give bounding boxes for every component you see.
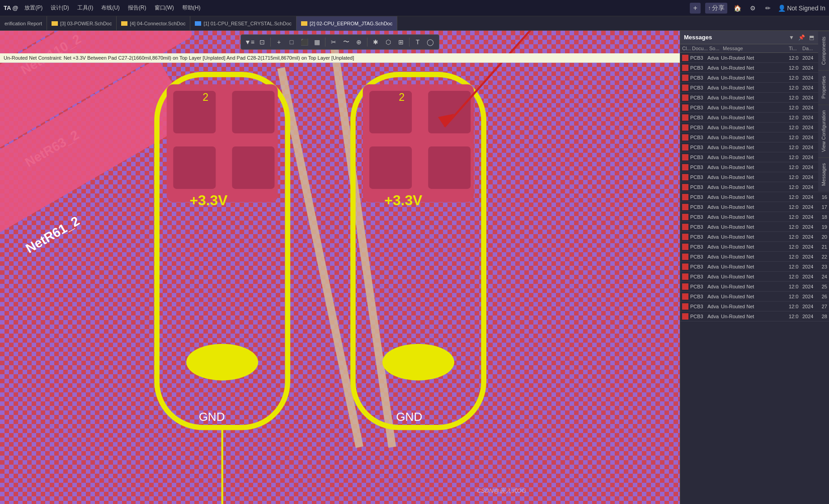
tab-cpu-reset[interactable]: [1] 01-CPU_RESET_CRYSTAL.SchDoc: [190, 16, 297, 30]
hex-tool[interactable]: ⬡: [382, 36, 394, 48]
comp-c28-bottom-pad: [382, 344, 454, 381]
message-author: Adva: [707, 125, 721, 130]
message-row[interactable]: PCB3 Adva Un-Routed Net 12:0 2024 16: [680, 192, 829, 202]
toolbar-separator-1: [270, 38, 271, 47]
message-row[interactable]: PCB3 Adva Un-Routed Net 12:0 2024 23: [680, 262, 829, 272]
message-type: Un-Routed Net: [721, 135, 789, 140]
message-row[interactable]: PCB3 Adva Un-Routed Net 12:0 2024 9: [680, 122, 829, 132]
message-row[interactable]: PCB3 Adva Un-Routed Net 12:0 2024 17: [680, 202, 829, 212]
message-row[interactable]: PCB3 Adva Un-Routed Net 12:0 2024 8: [680, 113, 829, 122]
comp-c28-gnd-label: GND: [396, 410, 422, 424]
toolbar-separator-2: [325, 38, 325, 47]
message-row[interactable]: PCB3 Adva Un-Routed Net 12:0 2024 26: [680, 292, 829, 301]
message-color-indicator: [682, 293, 688, 300]
message-type: Un-Routed Net: [721, 294, 789, 299]
message-row[interactable]: PCB3 Adva Un-Routed Net 12:0 2024 18: [680, 212, 829, 222]
menu-design[interactable]: 设计(D): [47, 2, 73, 14]
constraint-bar: Un-Routed Net Constraint: Net +3.3V Betw…: [0, 53, 680, 63]
message-row[interactable]: PCB3 Adva Un-Routed Net 12:0 2024 3: [680, 63, 829, 73]
message-time: 12:0: [789, 75, 802, 80]
home-button[interactable]: 🏠: [732, 3, 743, 14]
message-row[interactable]: PCB3 Adva Un-Routed Net 12:0 2024 7: [680, 103, 829, 113]
filter-tool[interactable]: ▼≡: [244, 36, 255, 48]
tab-verification[interactable]: erification Report: [0, 16, 47, 30]
vtab-view-config[interactable]: View Configuration: [818, 104, 829, 157]
message-row[interactable]: PCB3 Adva Un-Routed Net 12:0 2024 4: [680, 73, 829, 83]
wave-tool[interactable]: 〜: [340, 36, 352, 48]
message-row[interactable]: PCB3 Adva Un-Routed Net 12:0 2024 24: [680, 272, 829, 282]
pcb-canvas[interactable]: NetR110_2 NetR63_2 NetR61_2 +3.3V 2: [0, 31, 680, 504]
area-tool[interactable]: ⬛: [298, 36, 310, 48]
comp-c27-pad4: [232, 146, 274, 189]
message-row[interactable]: PCB3 Adva Un-Routed Net 12:0 2024 27: [680, 301, 829, 311]
vtab-properties[interactable]: Properties: [818, 70, 829, 104]
message-source: PCB3: [690, 95, 707, 100]
message-row[interactable]: PCB3 Adva Un-Routed Net 12:0 2024 5: [680, 83, 829, 93]
message-row[interactable]: PCB3 Adva Un-Routed Net 12:0 2024 6: [680, 93, 829, 103]
circle-tool[interactable]: ⊕: [353, 36, 365, 48]
add-tool[interactable]: +: [273, 36, 285, 48]
message-row[interactable]: PCB3 Adva Un-Routed Net 12:0 2024 12: [680, 152, 829, 162]
message-color-indicator: [682, 184, 688, 190]
message-row[interactable]: PCB3 Adva Un-Routed Net 12:0 2024 15: [680, 182, 829, 192]
menu-help[interactable]: 帮助(H): [179, 2, 204, 14]
message-color-indicator: [682, 303, 688, 310]
message-row[interactable]: PCB3 Adva Un-Routed Net 12:0 2024 11: [680, 142, 829, 152]
message-number: 24: [816, 274, 827, 279]
message-color-indicator: [682, 244, 688, 250]
tab-cpu-eeprom[interactable]: [2] 02-CPU_EEPROM_JTAG.SchDoc: [297, 16, 397, 30]
menu-tools[interactable]: 工具(I): [74, 2, 97, 14]
vtab-messages[interactable]: Messages: [818, 157, 829, 191]
messages-float-button[interactable]: ⬒: [807, 33, 815, 42]
menu-window[interactable]: 窗口(W): [151, 2, 178, 14]
message-type: Un-Routed Net: [721, 254, 789, 259]
share-button[interactable]: ↑ 分享: [705, 3, 727, 14]
inspector-tool[interactable]: ⊡: [256, 36, 268, 48]
message-source: PCB3: [690, 274, 707, 279]
message-row[interactable]: PCB3 Adva Un-Routed Net 12:0 2024 28: [680, 311, 829, 321]
message-row[interactable]: PCB3 Adva Un-Routed Net 12:0 2024 22: [680, 252, 829, 262]
message-number: 18: [816, 214, 827, 220]
draw-tool[interactable]: ◯: [424, 36, 436, 48]
scissors-tool[interactable]: ✂: [328, 36, 339, 48]
message-time: 12:0: [789, 85, 802, 90]
settings-button[interactable]: ⚙: [747, 3, 758, 14]
tab-connector[interactable]: [4] 04-Connector.SchDoc: [117, 16, 190, 30]
menu-place[interactable]: 放置(P): [21, 2, 46, 14]
vtab-components[interactable]: Components: [818, 31, 829, 70]
message-row[interactable]: PCB3 Adva Un-Routed Net 12:0 2024 14: [680, 172, 829, 182]
select-tool[interactable]: □: [286, 36, 297, 48]
message-row[interactable]: PCB3 Adva Un-Routed Net 12:0 2024 19: [680, 222, 829, 232]
message-author: Adva: [707, 115, 721, 120]
menu-report[interactable]: 报告(R): [124, 2, 150, 14]
message-color-indicator: [682, 264, 688, 270]
text-tool[interactable]: T: [412, 36, 424, 48]
star-tool[interactable]: ✱: [370, 36, 382, 48]
table-tool[interactable]: ▦: [311, 36, 323, 48]
message-row[interactable]: PCB3 Adva Un-Routed Net 12:0 2024 13: [680, 162, 829, 172]
message-source: PCB3: [690, 145, 707, 150]
messages-pin-button[interactable]: 📌: [797, 33, 805, 42]
col-header-class: Cl...: [682, 46, 692, 51]
message-author: Adva: [707, 214, 721, 220]
tab-power[interactable]: [3] 03-POWER.SchDoc: [47, 16, 117, 30]
message-author: Adva: [707, 224, 721, 230]
tab-verification-label: erification Report: [5, 21, 42, 26]
titlebar-menus: 放置(P) 设计(D) 工具(I) 布线(U) 报告(R) 窗口(W) 帮助(H…: [21, 2, 204, 14]
grid-tool[interactable]: ⊞: [395, 36, 407, 48]
message-author: Adva: [707, 264, 721, 269]
user-button[interactable]: 👤 Not Signed In: [778, 3, 825, 14]
message-row[interactable]: PCB3 Adva Un-Routed Net 12:0 2024 21: [680, 242, 829, 252]
message-type: Un-Routed Net: [721, 234, 789, 240]
message-row[interactable]: PCB3 Adva Un-Routed Net 12:0 2024 2: [680, 53, 829, 63]
message-row[interactable]: PCB3 Adva Un-Routed Net 12:0 2024 10: [680, 132, 829, 142]
menu-route[interactable]: 布线(U): [98, 2, 123, 14]
message-row[interactable]: PCB3 Adva Un-Routed Net 12:0 2024 20: [680, 232, 829, 242]
messages-menu-button[interactable]: ▼: [787, 33, 796, 42]
message-source: PCB3: [690, 65, 707, 71]
edit-button[interactable]: ✏: [763, 3, 773, 14]
message-row[interactable]: PCB3 Adva Un-Routed Net 12:0 2024 25: [680, 282, 829, 292]
add-button[interactable]: +: [690, 3, 701, 14]
message-color-indicator: [682, 94, 688, 101]
message-author: Adva: [707, 184, 721, 190]
